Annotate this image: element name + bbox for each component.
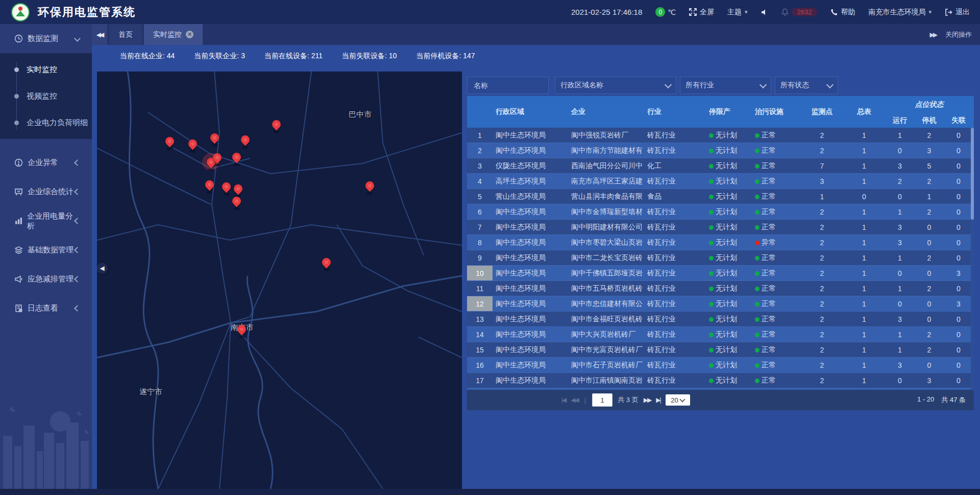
sidebar-group-2[interactable]: 企业综合统计 (0, 177, 92, 206)
table-row[interactable]: 3 仪陇生态环境局 西南油气田分公司川中 化工 无计划 正常 7 1 3 5 0 (467, 158, 974, 174)
table-row[interactable]: 10 阆中生态环境局 阆中千佛镇五郎垭页岩 砖瓦行业 无计划 正常 2 1 0 … (467, 266, 974, 281)
fullscreen-button[interactable]: 全屏 (689, 8, 714, 17)
row-index: 6 (467, 204, 493, 220)
row-index: 17 (467, 373, 493, 388)
first-page-button[interactable]: |◀ (561, 396, 566, 404)
status-dot-icon (755, 271, 760, 276)
scrollbar-thumb[interactable] (971, 128, 974, 220)
sidebar-group-4[interactable]: 基础数据管理 (0, 235, 92, 265)
table-row[interactable]: 16 阆中生态环境局 阆中市石子页岩机砖厂 砖瓦行业 无计划 正常 2 1 3 … (467, 358, 974, 373)
status-dot-icon (755, 225, 760, 230)
col-running: 运行 (885, 113, 915, 128)
chevron-down-icon: ▾ (928, 9, 932, 15)
sidebar-group-5[interactable]: 应急减排管理 (0, 265, 92, 294)
record-total: 共 47 条 (941, 395, 966, 405)
page-size-select[interactable]: 20 (666, 394, 690, 406)
name-search-input[interactable] (473, 81, 543, 90)
status-dot-icon (709, 302, 714, 307)
sidebar-group-1[interactable]: 企业异常 (0, 148, 92, 177)
table-row[interactable]: 9 阆中生态环境局 阆中市二龙长宝页岩砖 砖瓦行业 无计划 正常 2 1 1 2… (467, 250, 974, 266)
pager-divider: | (584, 396, 586, 404)
name-search-input-box[interactable] (467, 77, 549, 94)
table-row[interactable]: 2 阆中生态环境局 阆中市南方节能建材有 砖瓦行业 无计划 正常 2 1 0 3… (467, 143, 974, 158)
cell-monitor: 2 (800, 312, 844, 327)
cell-running: 1 (885, 327, 915, 342)
col-stopped: 停机 (915, 113, 943, 128)
chevron-down-icon (74, 35, 81, 42)
page-number-input[interactable] (592, 393, 612, 407)
cell-stopped: 2 (915, 128, 943, 143)
logout-button[interactable]: 退出 (945, 8, 970, 17)
cell-industry: 砖瓦行业 (644, 266, 706, 281)
close-operations-button[interactable]: 关闭操作 (945, 30, 972, 39)
table-row[interactable]: 15 阆中生态环境局 阆中市光富页岩机砖厂 砖瓦行业 无计划 正常 2 1 1 … (467, 342, 974, 358)
cell-company: 阆中明阳建材有限公司 (568, 220, 644, 235)
table-row[interactable]: 12 阆中生态环境局 阆中市忠信建材有限公 砖瓦行业 无计划 正常 2 1 0 … (467, 296, 974, 312)
stat-label: 当前在线企业: (120, 52, 165, 60)
sidebar-collapse-button[interactable]: ◀ (97, 263, 108, 274)
sound-button[interactable] (761, 9, 768, 16)
table-row[interactable]: 13 阆中生态环境局 阆中市金福旺页岩机砖 砖瓦行业 无计划 正常 2 1 3 … (467, 312, 974, 327)
cell-facility: 正常 (752, 204, 800, 220)
city-label: 巴中市 (349, 110, 372, 120)
app-title: 环保用电监管系统 (38, 5, 136, 20)
cell-company: 阆中市南方节能建材有 (568, 143, 644, 158)
table-row[interactable]: 11 阆中生态环境局 阆中市五马桥页岩机砖 砖瓦行业 无计划 正常 2 1 1 … (467, 281, 974, 296)
theme-dropdown[interactable]: 主题▾ (727, 8, 748, 17)
stat-label: 当前失联企业: (194, 52, 239, 60)
table-row[interactable]: 17 阆中生态环境局 阆中市江南镇阆南页岩 砖瓦行业 无计划 正常 2 1 0 … (467, 373, 974, 388)
cell-offline: 0 (943, 189, 974, 204)
cell-region: 阆中生态环境局 (493, 250, 568, 266)
cell-running: 2 (885, 174, 915, 189)
table-row[interactable]: 5 营山生态环境局 营山县润丰肉食品有限 食品 无计划 正常 1 0 0 1 0 (467, 189, 974, 204)
help-button[interactable]: 帮助 (830, 8, 855, 17)
prev-page-button[interactable]: ◀◀ (571, 396, 578, 404)
sidebar-item-2[interactable]: 企业电力负荷明细 (0, 109, 92, 136)
table-row[interactable]: 8 阆中生态环境局 阆中市枣碧大梁山页岩 砖瓦行业 无计划 异常 2 1 3 0… (467, 235, 974, 250)
cell-offline: 0 (943, 235, 974, 250)
cell-company: 阆中市江南镇阆南页岩 (568, 373, 644, 388)
next-page-button[interactable]: ▶▶ (644, 396, 651, 404)
cell-facility: 正常 (752, 189, 800, 204)
table-row[interactable]: 14 阆中生态环境局 阆中大兴页岩机砖厂 砖瓦行业 无计划 正常 2 1 1 2… (467, 327, 974, 342)
last-page-button[interactable]: ▶| (656, 396, 660, 404)
cell-facility: 正常 (752, 128, 800, 143)
table-row[interactable]: 4 高坪生态环境局 南充市高坪区王家店建 砖瓦行业 无计划 正常 3 1 2 2… (467, 174, 974, 189)
table-row[interactable]: 7 阆中生态环境局 阆中明阳建材有限公司 砖瓦行业 无计划 正常 2 1 3 0… (467, 220, 974, 235)
table-scrollbar[interactable] (971, 128, 974, 390)
speaker-icon (761, 9, 768, 16)
sidebar-group-3[interactable]: 企业用电量分析 (0, 206, 92, 235)
status-dot-icon (709, 333, 714, 337)
notification-count-badge: 2632 (792, 8, 818, 16)
map-panel[interactable]: 巴中市南充市遂宁市 (97, 72, 462, 489)
pin-shadow (208, 169, 214, 171)
cell-facility: 正常 (752, 373, 800, 388)
cell-industry: 砖瓦行业 (644, 296, 706, 312)
col-monitor-points: 监测点 (800, 96, 844, 128)
map-roads (97, 72, 462, 489)
pin-shadow (214, 164, 220, 167)
tab-home[interactable]: 首页 (109, 24, 142, 45)
log-icon (14, 304, 23, 313)
close-tab-icon[interactable]: ✕ (186, 31, 193, 38)
sidebar-item-0[interactable]: 实时监控 (0, 56, 92, 83)
table-row[interactable]: 6 阆中生态环境局 阆中市金博瑞新型墙材 砖瓦行业 无计划 正常 2 1 1 2… (467, 204, 974, 220)
industry-select[interactable]: 所有行业 (680, 77, 771, 94)
status-select[interactable]: 所有状态 (775, 77, 838, 94)
tab-realtime-monitor[interactable]: 实时监控 ✕ (144, 24, 203, 45)
sidebar-group-6[interactable]: 日志查看 (0, 294, 92, 323)
tab-scroll-right-button[interactable]: ▶▶ (930, 31, 936, 38)
cell-facility: 正常 (752, 358, 800, 373)
header-right: 2021-02-25 17:46:18 0 ℃ 全屏 主题▾ (571, 7, 970, 17)
cell-stop-limit: 无计划 (706, 158, 752, 174)
tab-scroll-left-button[interactable]: ◀◀ (92, 24, 107, 45)
row-index: 7 (467, 220, 493, 235)
notifications[interactable]: 2632 (781, 8, 818, 16)
sidebar-item-1[interactable]: 视频监控 (0, 83, 92, 109)
sidebar-group-0[interactable]: 数据监测 (0, 24, 92, 53)
user-org-dropdown[interactable]: 南充市生态环境局▾ (868, 8, 932, 17)
pin-shadow (324, 269, 330, 271)
col-index (467, 96, 493, 128)
table-row[interactable]: 1 阆中生态环境局 阆中强锐页岩砖厂 砖瓦行业 无计划 正常 2 1 1 2 0 (467, 128, 974, 143)
region-select[interactable]: 行政区域名称 (555, 77, 676, 94)
